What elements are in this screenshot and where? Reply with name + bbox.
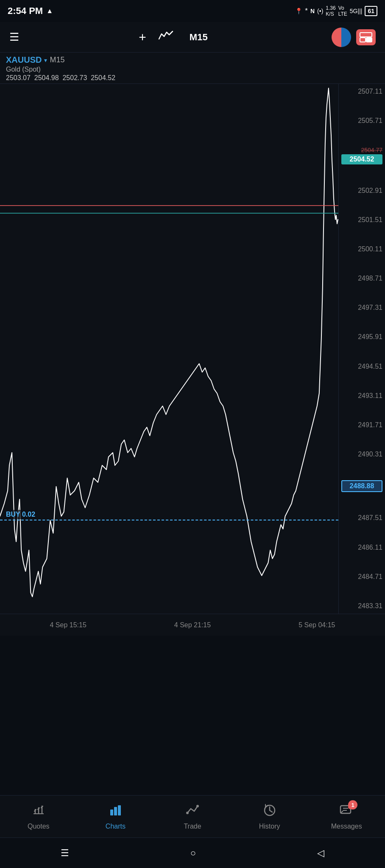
nav-item-quotes[interactable]: Quotes xyxy=(22,804,56,830)
price-red-2504: 2504.77 xyxy=(341,147,382,153)
toolbar: ☰ + M15 xyxy=(0,22,385,53)
chart-timeframe: M15 xyxy=(50,56,64,64)
price-2494: 2494.51 xyxy=(341,363,382,370)
price-2486: 2486.11 xyxy=(341,544,382,551)
chart-ohlc: 2503.07 2504.98 2502.73 2504.52 xyxy=(6,74,379,82)
svg-point-8 xyxy=(186,812,189,814)
svg-rect-3 xyxy=(366,38,372,42)
price-2490: 2490.31 xyxy=(341,451,382,458)
symbol-name[interactable]: XAUUSD xyxy=(6,55,42,65)
chart-header: XAUUSD ▾ M15 Gold (Spot) 2503.07 2504.98… xyxy=(0,53,385,84)
price-axis: 2507.11 2505.71 2504.77 2504.52 2502.91 … xyxy=(338,84,385,614)
quotes-icon xyxy=(32,804,45,820)
price-2495: 2495.91 xyxy=(341,334,382,340)
time-axis: 4 Sep 15:15 4 Sep 21:15 5 Sep 04:15 xyxy=(0,614,385,636)
price-chart-svg xyxy=(0,84,338,614)
messages-badge: 1 xyxy=(348,800,357,810)
trade-icon xyxy=(186,804,199,820)
svg-point-7 xyxy=(196,805,199,807)
price-2498: 2498.71 xyxy=(341,275,382,282)
price-2497: 2497.31 xyxy=(341,304,382,311)
current-price-label: 2504.52 xyxy=(341,154,382,164)
price-2500: 2500.11 xyxy=(341,246,382,253)
time-label-2: 4 Sep 21:15 xyxy=(174,621,211,629)
android-menu-button[interactable]: ☰ xyxy=(48,843,82,863)
quotes-label: Quotes xyxy=(28,823,50,830)
nav-item-charts[interactable]: Charts xyxy=(98,804,132,830)
status-bar: 2:54 PM ▲ 📍 * N (•) 1.36K/S VoLTE 5G||| … xyxy=(0,0,385,22)
battery-indicator: 61 xyxy=(365,6,377,16)
network-type: VoLTE xyxy=(338,5,347,17)
theme-toggle[interactable] xyxy=(332,28,351,47)
svg-rect-1 xyxy=(360,33,372,37)
time-label-1: 4 Sep 15:15 xyxy=(50,621,86,629)
android-nav-bar: ☰ ○ ◁ xyxy=(0,837,385,868)
price-2493: 2493.11 xyxy=(341,392,382,399)
add-indicator-button[interactable]: + xyxy=(139,30,146,45)
status-arrow: ▲ xyxy=(46,7,53,15)
nav-item-messages[interactable]: 1 1 Messages xyxy=(329,804,363,830)
signal-icon: (•) xyxy=(317,8,323,14)
price-2491: 2491.71 xyxy=(341,422,382,428)
layout-button[interactable] xyxy=(356,29,376,45)
price-2484: 2484.71 xyxy=(341,573,382,580)
price-2483: 2483.31 xyxy=(341,603,382,609)
buy-label: BUY 0.02 xyxy=(4,510,37,519)
android-back-button[interactable]: ◁ xyxy=(304,843,337,863)
price-2502: 2502.91 xyxy=(341,187,382,194)
price-2501: 2501.51 xyxy=(341,217,382,223)
buy-price-label: 2488.88 xyxy=(341,480,382,492)
nav-item-trade[interactable]: Trade xyxy=(176,804,209,830)
chart-canvas[interactable]: BUY 0.02 xyxy=(0,84,338,614)
messages-label: Messages xyxy=(331,823,362,830)
android-home-button[interactable]: ○ xyxy=(178,843,209,863)
location-icon: 📍 xyxy=(295,8,302,14)
symbol-chevron[interactable]: ▾ xyxy=(44,57,47,64)
status-time: 2:54 PM xyxy=(8,6,43,17)
bluetooth-icon: * xyxy=(305,7,308,15)
price-2507: 2507.11 xyxy=(341,88,382,95)
chart-container[interactable]: BUY 0.02 2507.11 2505.71 2504.77 2504.52… xyxy=(0,84,385,614)
svg-rect-5 xyxy=(114,807,117,815)
status-icons: 📍 * N (•) 1.36K/S VoLTE 5G||| 61 xyxy=(295,5,377,17)
hamburger-menu[interactable]: ☰ xyxy=(9,31,19,44)
bottom-nav: Quotes Charts Trade xyxy=(0,795,385,837)
charts-icon xyxy=(109,804,122,820)
svg-rect-4 xyxy=(110,810,113,815)
chart-description: Gold (Spot) xyxy=(6,66,379,73)
timeframe-selector[interactable]: M15 xyxy=(185,30,212,45)
price-2505: 2505.71 xyxy=(341,117,382,124)
history-label: History xyxy=(259,823,280,830)
svg-rect-6 xyxy=(118,805,121,815)
speed-indicator: 1.36K/S xyxy=(326,5,335,17)
indicator-button[interactable] xyxy=(158,30,173,45)
history-icon xyxy=(263,804,276,820)
price-2487: 2487.51 xyxy=(341,515,382,521)
trade-label: Trade xyxy=(184,823,201,830)
red-price-line xyxy=(0,205,338,206)
nfc-icon: N xyxy=(310,8,315,14)
time-label-3: 5 Sep 04:15 xyxy=(299,621,335,629)
teal-price-line xyxy=(0,213,338,214)
charts-label: Charts xyxy=(106,823,126,830)
svg-rect-2 xyxy=(360,38,365,42)
nav-item-history[interactable]: History xyxy=(253,804,287,830)
network-strength: 5G||| xyxy=(350,8,363,14)
buy-order-line xyxy=(0,520,338,520)
